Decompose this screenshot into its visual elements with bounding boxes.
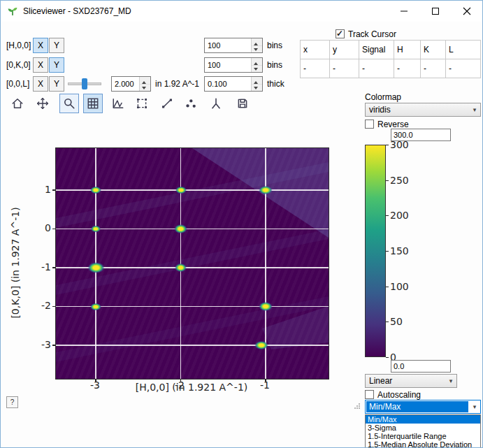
- zoom-icon: [63, 97, 75, 110]
- plot-canvas[interactable]: [55, 147, 329, 380]
- line-plots-button[interactable]: [108, 94, 128, 113]
- zoom-button[interactable]: [59, 94, 79, 113]
- scale-select[interactable]: Linear ▾: [365, 374, 457, 388]
- bragg-peak: [175, 186, 187, 194]
- line-cut-button[interactable]: [157, 94, 177, 113]
- y-tick-label: 1: [31, 184, 51, 195]
- bragg-peak: [174, 263, 188, 272]
- window-title: Sliceviewer - SXD23767_MD: [23, 6, 131, 16]
- reverse-checkbox[interactable]: [365, 120, 374, 129]
- dropdown-option-iqr[interactable]: 1.5-Interquartile Range: [366, 432, 480, 440]
- slice-value: 2.000: [112, 77, 139, 91]
- sliceviewer-window: Sliceviewer - SXD23767_MD [H,0,0] X Y 10…: [0, 0, 483, 448]
- bragg-peak: [258, 185, 273, 195]
- colorbar-tick: 200: [390, 210, 409, 221]
- thickness-spinbox[interactable]: 0.100: [204, 76, 263, 92]
- colormap-select[interactable]: viridis ▾: [365, 103, 481, 117]
- cell-h: -: [394, 59, 421, 78]
- pan-button[interactable]: [33, 94, 52, 113]
- spinner-arrows-icon[interactable]: [139, 77, 150, 91]
- dropdown-option-minmax[interactable]: Min/Max: [366, 415, 480, 424]
- dim-h-y-button[interactable]: Y: [49, 38, 64, 53]
- window-controls: [388, 1, 482, 22]
- dim-k-x-button[interactable]: X: [33, 57, 48, 73]
- peaks-overlay-button[interactable]: [181, 94, 201, 113]
- region-of-interest-icon: [136, 97, 148, 110]
- col-header-y: y: [330, 41, 359, 59]
- dim-l-x-button[interactable]: X: [33, 76, 48, 92]
- colorbar-tick: 50: [390, 316, 403, 327]
- slice-slider[interactable]: [68, 76, 101, 92]
- dim-l-y-button[interactable]: Y: [49, 76, 64, 92]
- plot-xlabel: [H,0,0] (in 1.921 A^-1): [55, 382, 328, 393]
- resize-grip-icon[interactable]: [353, 400, 361, 409]
- cell-k: -: [421, 59, 446, 78]
- help-button[interactable]: ?: [6, 396, 18, 408]
- bragg-peak: [89, 186, 102, 194]
- track-cursor-checkbox[interactable]: [336, 29, 345, 38]
- minimize-button[interactable]: [388, 1, 419, 22]
- plot-ylabel: [0,K,0] (in 1.927 A^-1): [10, 207, 21, 318]
- dropdown-option-3sigma[interactable]: 3-Sigma: [366, 424, 480, 432]
- dim-k-y-button[interactable]: Y: [49, 57, 64, 73]
- spinner-arrows-icon[interactable]: [251, 38, 262, 52]
- chevron-down-icon: ▾: [445, 377, 456, 384]
- dim-label-h: [H,0,0]: [6, 38, 31, 53]
- normalization-value: Min/Max: [366, 401, 468, 412]
- dropdown-option-mad[interactable]: 1.5-Median Absolute Deviation: [366, 440, 480, 448]
- titlebar: Sliceviewer - SXD23767_MD: [1, 1, 482, 22]
- dim-h-x-button[interactable]: X: [33, 38, 48, 53]
- bins-label-k: bins: [267, 57, 282, 73]
- colorbar-tick: 150: [390, 245, 409, 256]
- y-tick-label: -1: [31, 261, 51, 273]
- thickness-label: thick: [267, 76, 284, 92]
- save-icon: [236, 97, 249, 110]
- cell-l: -: [446, 59, 481, 78]
- home-icon: [11, 97, 24, 110]
- colorbar-tick: 300: [390, 139, 409, 150]
- bragg-peak: [90, 225, 101, 233]
- col-header-signal: Signal: [359, 41, 394, 59]
- slider-handle[interactable]: [82, 78, 87, 89]
- bragg-peak: [89, 303, 102, 311]
- save-button[interactable]: [233, 94, 252, 113]
- bragg-peak: [254, 340, 269, 350]
- col-header-k: K: [421, 41, 446, 59]
- bins-spinbox-k[interactable]: 100: [204, 57, 263, 73]
- colorbar-min-input[interactable]: 0.0: [391, 360, 451, 373]
- close-button[interactable]: [451, 1, 482, 22]
- cell-y: -: [330, 59, 359, 78]
- normalization-select[interactable]: Min/Max ▾: [365, 400, 481, 414]
- grid-toggle-button[interactable]: [83, 94, 103, 113]
- autoscaling-checkbox[interactable]: [365, 390, 374, 399]
- chevron-down-icon: ▾: [469, 106, 480, 113]
- cursor-info-table: x y Signal H K L - - - - - -: [300, 40, 481, 78]
- col-header-l: L: [446, 41, 481, 59]
- slice-value-spinbox[interactable]: 2.000: [111, 76, 151, 92]
- nonorthogonal-axes-button[interactable]: [206, 94, 226, 113]
- thickness-value: 0.100: [205, 77, 251, 91]
- bragg-peak: [173, 224, 189, 233]
- colorbar-min-value: 0.0: [394, 362, 404, 370]
- dim-label-l: [0,0,L]: [6, 76, 29, 92]
- bragg-peak: [258, 301, 273, 311]
- roi-button[interactable]: [132, 94, 152, 113]
- line-cut-icon: [161, 97, 173, 110]
- col-header-h: H: [394, 41, 421, 59]
- spinner-arrows-icon[interactable]: [251, 77, 262, 91]
- colorbar: [365, 145, 386, 357]
- bins-label-h: bins: [267, 38, 282, 53]
- spinner-arrows-icon[interactable]: [251, 58, 262, 72]
- y-tick-label: -3: [31, 339, 51, 350]
- cursor-table-header-row: x y Signal H K L: [301, 41, 481, 59]
- chevron-down-icon: ▾: [469, 403, 480, 410]
- home-button[interactable]: [8, 94, 27, 113]
- non-axis-aligned-cut-icon: [210, 97, 222, 110]
- line-plots-icon: [112, 97, 124, 110]
- colorbar-tick: 100: [390, 281, 409, 292]
- cursor-table-value-row: - - - - - -: [301, 59, 481, 78]
- bins-value-h: 100: [205, 38, 251, 52]
- maximize-button[interactable]: [419, 1, 451, 22]
- colormap-value: viridis: [366, 105, 469, 115]
- bins-spinbox-h[interactable]: 100: [204, 38, 263, 53]
